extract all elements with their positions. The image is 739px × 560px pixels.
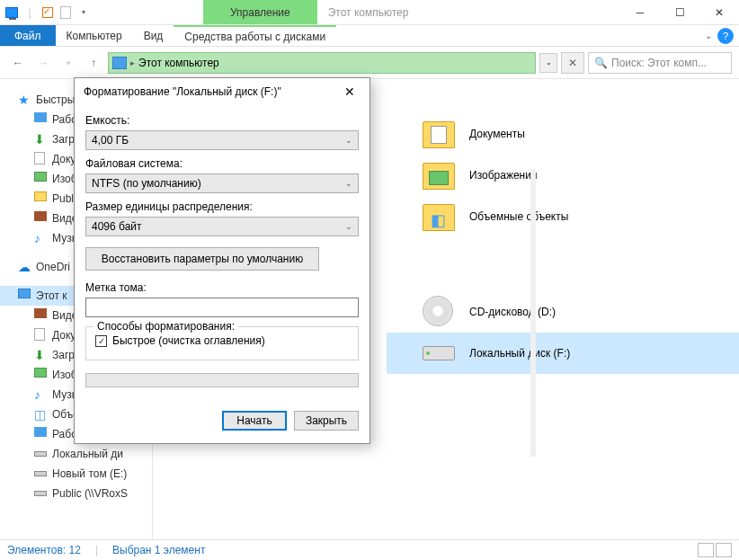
status-bar: Элементов: 12 | Выбран 1 элемент bbox=[0, 539, 739, 560]
quick-access-toolbar: | ▾ bbox=[0, 4, 95, 21]
forward-button[interactable]: → bbox=[32, 52, 54, 74]
computer-tab[interactable]: Компьютер bbox=[56, 25, 133, 46]
volume-input[interactable] bbox=[85, 298, 359, 317]
chevron-down-icon: ⌄ bbox=[345, 136, 352, 145]
recent-dropdown-icon[interactable]: ▾ bbox=[58, 52, 79, 74]
capacity-label: Емкость: bbox=[85, 114, 359, 127]
ribbon-collapse-icon[interactable]: ⌄ bbox=[705, 31, 712, 40]
minimize-button[interactable]: ─ bbox=[620, 0, 660, 25]
dialog-titlebar[interactable]: Форматирование "Локальный диск (F:)" ✕ bbox=[75, 78, 370, 105]
onedrive-icon: ☁ bbox=[18, 260, 32, 274]
titlebar: | ▾ Управление Этот компьютер ─ ☐ ✕ bbox=[0, 0, 739, 25]
address-text[interactable]: Этот компьютер bbox=[138, 57, 219, 69]
format-options-group: Способы форматирования: ✓ Быстрое (очист… bbox=[85, 326, 359, 360]
details-view-icon[interactable] bbox=[698, 543, 714, 557]
selection-count: Выбран 1 элемент bbox=[112, 544, 205, 556]
breadcrumb-arrow[interactable]: ▸ bbox=[130, 58, 135, 67]
folder-item[interactable]: Документы bbox=[387, 113, 739, 155]
dialog-title: Форматирование "Локальный диск (F:)" bbox=[84, 85, 339, 98]
pc-icon bbox=[112, 57, 127, 69]
objects-icon bbox=[423, 204, 455, 231]
quick-format-checkbox[interactable]: ✓ Быстрое (очистка оглавления) bbox=[95, 334, 349, 347]
help-icon[interactable]: ? bbox=[717, 28, 734, 44]
filesystem-select[interactable]: NTFS (по умолчанию)⌄ bbox=[85, 173, 359, 193]
documents-icon bbox=[423, 121, 455, 148]
disc-icon bbox=[423, 296, 453, 326]
search-icon: 🔍 bbox=[594, 57, 608, 69]
cube-icon: ◫ bbox=[34, 407, 49, 422]
restore-defaults-button[interactable]: Восстановить параметры по умолчанию bbox=[85, 247, 319, 271]
address-bar[interactable]: ▸ Этот компьютер bbox=[108, 52, 536, 74]
downloads-icon: ⬇ bbox=[34, 348, 49, 362]
allocation-label: Размер единицы распределения: bbox=[85, 200, 359, 213]
tree-item[interactable]: Локальный ди bbox=[0, 444, 152, 464]
divider: | bbox=[22, 4, 38, 21]
progress-bar bbox=[85, 373, 359, 387]
qat-dropdown-icon[interactable]: ▾ bbox=[76, 4, 92, 21]
blank-icon[interactable] bbox=[58, 4, 74, 21]
window-title: Этот компьютер bbox=[317, 0, 420, 24]
address-dropdown-icon[interactable]: ⌄ bbox=[539, 53, 557, 73]
music-icon: ♪ bbox=[34, 387, 49, 402]
capacity-select[interactable]: 4,00 ГБ⌄ bbox=[85, 130, 359, 150]
folder-item[interactable]: Объемные объекты bbox=[387, 196, 739, 237]
nav-toolbar: ← → ▾ ↑ ▸ Этот компьютер ⌄ ✕ 🔍 Поиск: Эт… bbox=[0, 47, 739, 79]
chevron-down-icon: ⌄ bbox=[345, 222, 352, 231]
folder-item[interactable]: Изображения bbox=[387, 155, 739, 196]
ribbon-tabs: Файл Компьютер Вид Средства работы с дис… bbox=[0, 25, 739, 47]
tree-item[interactable]: Public (\\VRoxS bbox=[0, 484, 152, 503]
drive-tools-tab[interactable]: Средства работы с дисками bbox=[174, 25, 336, 46]
format-options-label: Способы форматирования: bbox=[93, 320, 238, 333]
back-button[interactable]: ← bbox=[7, 52, 29, 74]
downloads-icon: ⬇ bbox=[34, 132, 49, 147]
close-dialog-button[interactable]: Закрыть bbox=[294, 411, 359, 431]
checkbox-icon: ✓ bbox=[95, 335, 107, 347]
start-button[interactable]: Начать bbox=[222, 411, 287, 431]
tiles-view-icon[interactable] bbox=[716, 543, 732, 557]
chevron-down-icon: ⌄ bbox=[345, 179, 352, 188]
drive-item[interactable]: CD-дисковод (D:) bbox=[387, 291, 739, 333]
drive-icon bbox=[423, 346, 455, 360]
maximize-button[interactable]: ☐ bbox=[660, 0, 699, 25]
volume-label: Метка тома: bbox=[85, 281, 359, 294]
close-button[interactable]: ✕ bbox=[699, 0, 739, 25]
contextual-tab[interactable]: Управление bbox=[203, 0, 317, 24]
tree-item[interactable]: Новый том (E:) bbox=[0, 464, 152, 484]
properties-icon[interactable] bbox=[40, 4, 56, 21]
scrollbar[interactable] bbox=[530, 169, 536, 457]
drive-item-selected[interactable]: Локальный диск (F:) bbox=[387, 333, 739, 374]
star-icon: ★ bbox=[18, 93, 32, 107]
pictures-icon bbox=[423, 163, 455, 190]
item-count: Элементов: 12 bbox=[7, 544, 81, 556]
search-placeholder: Поиск: Этот комп... bbox=[611, 57, 707, 69]
filesystem-label: Файловая система: bbox=[85, 157, 359, 170]
view-tab[interactable]: Вид bbox=[133, 25, 174, 46]
up-button[interactable]: ↑ bbox=[83, 52, 104, 74]
file-tab[interactable]: Файл bbox=[0, 25, 56, 46]
pc-icon[interactable] bbox=[4, 4, 20, 21]
format-dialog: Форматирование "Локальный диск (F:)" ✕ Е… bbox=[74, 77, 370, 444]
allocation-select[interactable]: 4096 байт⌄ bbox=[85, 217, 359, 236]
refresh-stop-button[interactable]: ✕ bbox=[561, 52, 584, 74]
search-box[interactable]: 🔍 Поиск: Этот комп... bbox=[588, 52, 732, 74]
music-icon: ♪ bbox=[34, 231, 49, 245]
dialog-close-button[interactable]: ✕ bbox=[339, 81, 361, 102]
